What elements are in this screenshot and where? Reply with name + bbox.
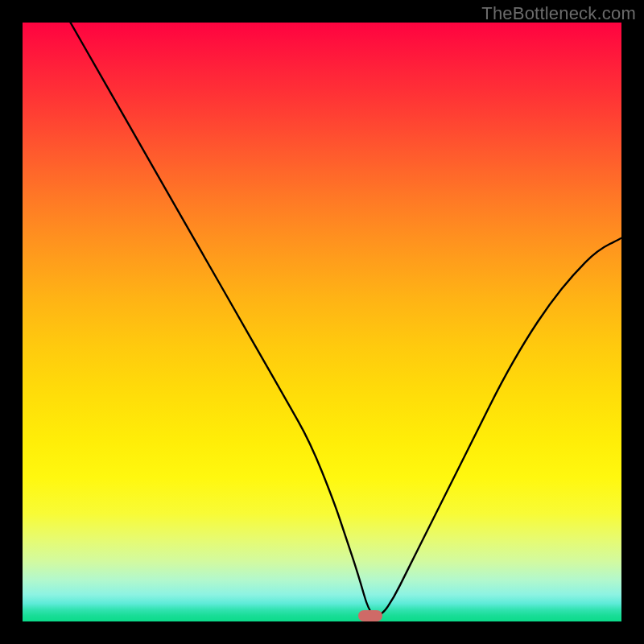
plot-area — [23, 23, 621, 621]
optimum-marker — [358, 610, 382, 621]
watermark-text: TheBottleneck.com — [481, 3, 636, 24]
curve-svg — [23, 23, 621, 621]
bottleneck-curve-path — [71, 23, 622, 616]
chart-frame: TheBottleneck.com — [0, 0, 644, 644]
